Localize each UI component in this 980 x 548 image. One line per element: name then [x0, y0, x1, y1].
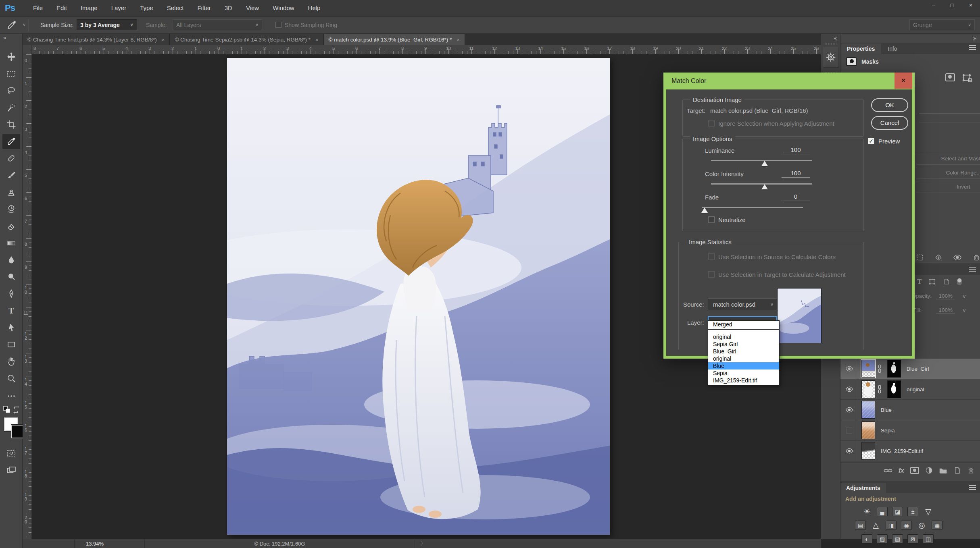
layers-panel-menu-icon[interactable]	[969, 267, 976, 272]
add-layer-mask-icon[interactable]	[910, 467, 919, 474]
layer-thumbnail[interactable]	[861, 442, 875, 460]
layer-hidden-icon[interactable]	[846, 428, 852, 434]
layer-name[interactable]: Sepia	[881, 428, 895, 434]
layer-visibility-toggle[interactable]	[840, 379, 858, 400]
quick-mask-mode-icon[interactable]	[2, 446, 20, 461]
tab-close-icon[interactable]: ×	[457, 37, 460, 43]
layer-name[interactable]: Blue Girl	[907, 366, 929, 372]
menu-help[interactable]: Help	[301, 0, 327, 16]
density-slider-track[interactable]	[919, 113, 980, 114]
document-tab-active[interactable]: © match color.psd @ 13.9% (Blue Girl, RG…	[324, 34, 465, 45]
menu-window[interactable]: Window	[266, 0, 301, 16]
cancel-button[interactable]: Cancel	[871, 116, 908, 130]
add-vector-mask-icon[interactable]	[961, 73, 973, 83]
dropdown-item[interactable]: Blue Girl	[708, 348, 779, 355]
screen-mode-icon[interactable]	[2, 463, 20, 478]
color-intensity-slider-thumb[interactable]	[761, 184, 768, 189]
crop-tool[interactable]	[2, 117, 20, 132]
filter-toggle-icon[interactable]	[957, 278, 962, 285]
dialog-title[interactable]: Match Color	[663, 73, 915, 89]
tab-close-icon[interactable]: ×	[162, 37, 165, 43]
dropdown-item[interactable]: IMG_2159-Edit.tif	[708, 377, 779, 384]
color-range-button[interactable]: Color Range...	[916, 167, 980, 179]
layer-row[interactable]: IMG_2159-Edit.tif	[840, 441, 980, 461]
photo-filter-icon[interactable]: ◉	[901, 521, 912, 530]
document-canvas[interactable]	[227, 58, 610, 535]
brightness-contrast-icon[interactable]: ☀	[861, 507, 872, 516]
gradient-tool[interactable]	[2, 235, 20, 251]
color-balance-icon[interactable]: △	[870, 521, 881, 530]
layer-row[interactable]: original	[840, 379, 980, 400]
layer-mask-thumbnail[interactable]	[887, 380, 901, 398]
color-lookup-icon[interactable]: ▦	[932, 521, 942, 530]
eyedropper-tool[interactable]	[2, 134, 20, 149]
dialog-close-icon[interactable]: ×	[895, 73, 912, 89]
preview-checkbox[interactable]: ✓	[868, 138, 874, 144]
collapsed-panel-wheel-icon[interactable]	[823, 47, 839, 68]
exposure-icon[interactable]: ±	[907, 507, 918, 516]
rectangle-tool[interactable]	[2, 337, 20, 352]
pen-tool[interactable]	[2, 286, 20, 301]
type-tool[interactable]: T	[2, 303, 20, 318]
rotate-view-tool[interactable]	[2, 354, 20, 369]
status-chevron-icon[interactable]: 〉	[421, 540, 426, 547]
menu-filter[interactable]: Filter	[190, 0, 217, 16]
layer-row[interactable]: Blue	[840, 400, 980, 420]
chevron-down-icon[interactable]: ∨	[23, 22, 26, 27]
threshold-icon[interactable]: ▧	[892, 534, 903, 544]
layer-thumbnail[interactable]	[861, 421, 875, 439]
zoom-level-field[interactable]: 13.94%	[74, 539, 145, 548]
delete-mask-trash-icon[interactable]	[972, 253, 980, 262]
layer-visibility-toggle[interactable]	[840, 359, 858, 379]
fade-slider[interactable]	[702, 207, 803, 208]
posterize-icon[interactable]: ▨	[877, 534, 888, 544]
dropdown-item[interactable]: Sepia Girl	[708, 340, 779, 348]
layer-style-fx-icon[interactable]: fx	[899, 467, 904, 474]
selective-color-icon[interactable]: ⊠	[907, 534, 918, 544]
new-group-folder-icon[interactable]	[939, 467, 947, 474]
collapse-panels-icon[interactable]: «	[821, 34, 840, 41]
rectangular-marquee-tool[interactable]	[2, 66, 20, 81]
history-brush-tool[interactable]	[2, 201, 20, 217]
maximize-icon[interactable]: □	[943, 0, 961, 11]
menu-3d[interactable]: 3D	[218, 0, 239, 16]
add-pixel-mask-icon[interactable]	[945, 73, 955, 81]
curves-icon[interactable]: ◪	[892, 507, 903, 516]
spot-healing-brush-tool[interactable]	[2, 151, 20, 166]
eraser-tool[interactable]	[2, 218, 20, 234]
layer-thumbnail[interactable]	[861, 401, 875, 419]
layer-name[interactable]: IMG_2159-Edit.tif	[881, 448, 923, 454]
levels-icon[interactable]: ▄	[877, 507, 888, 516]
dropdown-item-selected[interactable]: Blue	[708, 362, 779, 369]
close-icon[interactable]: ×	[961, 0, 980, 11]
brush-tool[interactable]	[2, 168, 20, 183]
blur-tool[interactable]	[2, 252, 20, 268]
vertical-ruler[interactable]: 01234567891011121314151617181920	[23, 54, 32, 539]
minimize-icon[interactable]: –	[924, 0, 943, 11]
document-tab[interactable]: © Chasing Time final.psb @ 14.3% (Layer …	[23, 34, 170, 45]
layer-name[interactable]: Blue	[881, 407, 892, 413]
menu-file[interactable]: File	[26, 0, 50, 16]
document-info[interactable]: © Doc: 192.2M/1.60G	[145, 539, 415, 548]
document-tab[interactable]: © Chasing Time Sepia2.psb @ 14.3% (Sepia…	[170, 34, 323, 45]
luminance-slider-thumb[interactable]	[761, 161, 768, 166]
select-and-mask-button[interactable]: Select and Mask...	[916, 153, 980, 165]
layer-thumbnail[interactable]	[861, 380, 875, 398]
move-tool[interactable]	[2, 49, 20, 64]
tab-properties[interactable]: Properties	[840, 44, 881, 54]
layer-row[interactable]: Blue Girl	[840, 359, 980, 379]
filter-smart-object-icon[interactable]	[942, 278, 951, 285]
hue-saturation-icon[interactable]: ▤	[855, 521, 866, 530]
delete-layer-trash-icon[interactable]	[967, 467, 975, 474]
layer-visibility-toggle[interactable]	[840, 400, 858, 420]
menu-select[interactable]: Select	[160, 0, 191, 16]
channel-mixer-icon[interactable]: ◎	[916, 521, 927, 530]
color-intensity-slider[interactable]	[711, 183, 812, 185]
new-layer-icon[interactable]	[953, 467, 961, 474]
toggle-mask-eye-icon[interactable]	[953, 254, 962, 261]
ruler-corner[interactable]	[23, 45, 32, 54]
link-layers-icon[interactable]	[884, 467, 892, 474]
layer-row[interactable]: Sepia	[840, 420, 980, 441]
source-select[interactable]: match color.psd∨	[708, 298, 777, 310]
menu-layer[interactable]: Layer	[104, 0, 133, 16]
